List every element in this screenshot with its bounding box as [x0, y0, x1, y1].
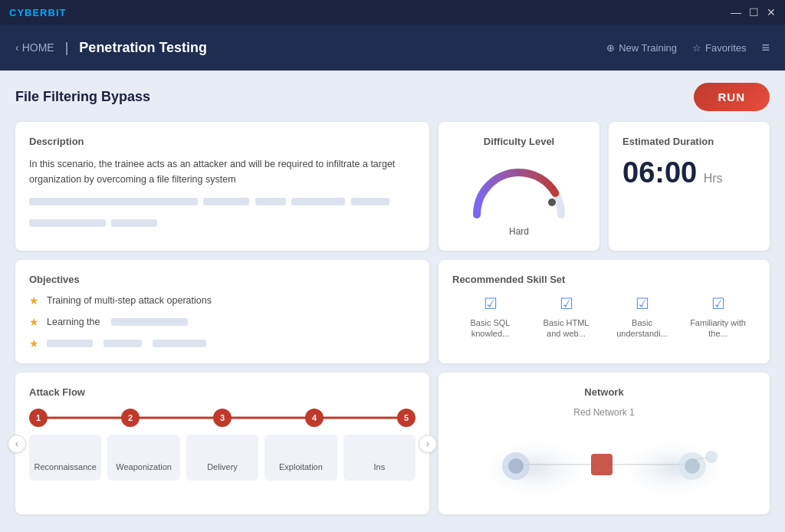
- skills-grid: ☑ Basic SQL knowled... ☑ Basic HTML and …: [452, 294, 756, 340]
- svg-point-9: [685, 458, 700, 474]
- star-icon-2: ★: [29, 316, 39, 328]
- skill-label-1: Basic HTML and web...: [536, 317, 597, 340]
- nav-page-title: Penetration Testing: [79, 40, 207, 56]
- flow-steps: Reconnaissance Weaponization Delivery Ex…: [29, 435, 415, 481]
- flow-step-2: Weaponization: [107, 435, 179, 481]
- star-icon: ☆: [692, 42, 701, 54]
- plus-circle-icon: ⊕: [606, 42, 615, 54]
- attack-flow-card: Attack Flow 1 2 3 4 5 Reconnaissance Wea…: [15, 373, 429, 514]
- duration-card-title: Estimated Duration: [622, 136, 756, 147]
- objective-text-2: Learning the: [47, 317, 100, 327]
- objectives-card-title: Objectives: [29, 274, 415, 285]
- flow-dot-1: 1: [29, 409, 48, 427]
- description-card: Description In this scenario, the traine…: [15, 122, 429, 251]
- skill-item-1: ☑ Basic HTML and web...: [536, 294, 597, 340]
- title-bar-logo-area: CYBERBIT: [9, 7, 66, 18]
- nav-divider: |: [65, 40, 69, 56]
- carousel-prev-button[interactable]: ‹: [8, 435, 26, 453]
- home-label: HOME: [22, 41, 54, 54]
- svg-point-2: [623, 442, 723, 495]
- nav-right: ⊕ New Training ☆ Favorites ≡: [606, 40, 770, 56]
- skill-label-2: Basic understandi...: [612, 317, 673, 340]
- main-content: File Filtering Bypass RUN Description In…: [0, 71, 785, 532]
- skill-item-3: ☑ Familiarity with the...: [688, 294, 749, 340]
- title-bar: CYBERBIT — ☐ ✕: [0, 0, 785, 25]
- cards-grid: Description In this scenario, the traine…: [15, 122, 770, 514]
- flow-dot-2: 2: [121, 409, 140, 427]
- difficulty-card-title: Difficulty Level: [484, 136, 554, 147]
- svg-point-1: [485, 442, 585, 495]
- difficulty-gauge: [469, 163, 569, 220]
- maximize-button[interactable]: ☐: [749, 7, 759, 18]
- hamburger-menu-icon[interactable]: ≡: [761, 40, 770, 56]
- flow-timeline: 1 2 3 4 5: [29, 409, 415, 427]
- nav-left: ‹ HOME | Penetration Testing: [15, 40, 207, 56]
- flow-dot-4: 4: [305, 409, 324, 427]
- description-text: In this scenario, the trainee acts as an…: [29, 156, 415, 187]
- network-card-title: Network: [584, 386, 623, 398]
- duration-card: Estimated Duration 06:00 Hrs: [609, 122, 770, 251]
- skill-item-2: ☑ Basic understandi...: [612, 294, 673, 340]
- skill-item-0: ☑ Basic SQL knowled...: [460, 294, 521, 340]
- network-name: Red Network 1: [573, 407, 634, 418]
- run-button[interactable]: RUN: [694, 83, 770, 111]
- objective-item-3: ★: [29, 337, 415, 350]
- minimize-button[interactable]: —: [731, 7, 741, 18]
- duration-value: 06:00: [622, 156, 697, 189]
- star-icon-3: ★: [29, 337, 39, 350]
- attack-flow-card-title: Attack Flow: [29, 386, 415, 398]
- description-redacted-1: [29, 193, 415, 209]
- flow-step-1: Reconnaissance: [29, 435, 101, 481]
- star-icon-1: ★: [29, 294, 39, 307]
- skills-card: Recommended Skill Set ☑ Basic SQL knowle…: [438, 260, 770, 363]
- skill-check-icon-3: ☑: [711, 294, 725, 313]
- nav-bar: ‹ HOME | Penetration Testing ⊕ New Train…: [0, 25, 785, 71]
- objective-text-1: Training of multi-step attack operations: [47, 295, 212, 306]
- flow-step-4: Exploitation: [264, 435, 337, 481]
- new-training-action[interactable]: ⊕ New Training: [606, 42, 677, 54]
- favorites-action[interactable]: ☆ Favorites: [692, 42, 746, 54]
- flow-dot-3: 3: [213, 409, 232, 427]
- skills-card-title: Recommended Skill Set: [452, 274, 756, 285]
- flow-dot-5: 5: [397, 409, 415, 427]
- objective-item-1: ★ Training of multi-step attack operatio…: [29, 294, 415, 307]
- skill-check-icon-0: ☑: [484, 294, 498, 313]
- svg-rect-7: [591, 454, 613, 475]
- skill-check-icon-1: ☑: [560, 294, 573, 313]
- page-header: File Filtering Bypass RUN: [15, 83, 770, 111]
- window-controls[interactable]: — ☐ ✕: [731, 7, 776, 18]
- difficulty-card: Difficulty Level: [438, 122, 599, 251]
- duration-value-row: 06:00 Hrs: [622, 156, 756, 189]
- flow-step-3: Delivery: [186, 435, 258, 481]
- skill-label-0: Basic SQL knowled...: [460, 317, 521, 340]
- flow-step-5: Ins: [343, 435, 415, 481]
- duration-unit: Hrs: [704, 172, 723, 185]
- chevron-left-icon: ‹: [15, 41, 19, 54]
- carousel-next-button[interactable]: ›: [419, 435, 437, 453]
- objectives-card: Objectives ★ Training of multi-step atta…: [15, 260, 429, 363]
- skill-check-icon-2: ☑: [636, 294, 649, 313]
- description-card-title: Description: [29, 136, 415, 147]
- favorites-label: Favorites: [705, 42, 746, 54]
- app-logo: CYBERBIT: [9, 7, 66, 18]
- svg-point-10: [705, 451, 718, 463]
- svg-point-0: [548, 199, 556, 206]
- difficulty-level-label: Hard: [509, 226, 529, 237]
- objective-item-2: ★ Learning the: [29, 316, 415, 328]
- home-nav[interactable]: ‹ HOME: [15, 41, 54, 54]
- new-training-label: New Training: [619, 42, 677, 54]
- network-visual: [452, 424, 756, 501]
- network-card: Network Red Network 1: [438, 373, 770, 514]
- objectives-list: ★ Training of multi-step attack operatio…: [29, 294, 415, 350]
- page-title: File Filtering Bypass: [15, 89, 150, 105]
- skill-label-3: Familiarity with the...: [688, 317, 749, 340]
- description-redacted-2: [29, 215, 415, 230]
- svg-point-6: [508, 458, 524, 474]
- close-button[interactable]: ✕: [767, 7, 776, 18]
